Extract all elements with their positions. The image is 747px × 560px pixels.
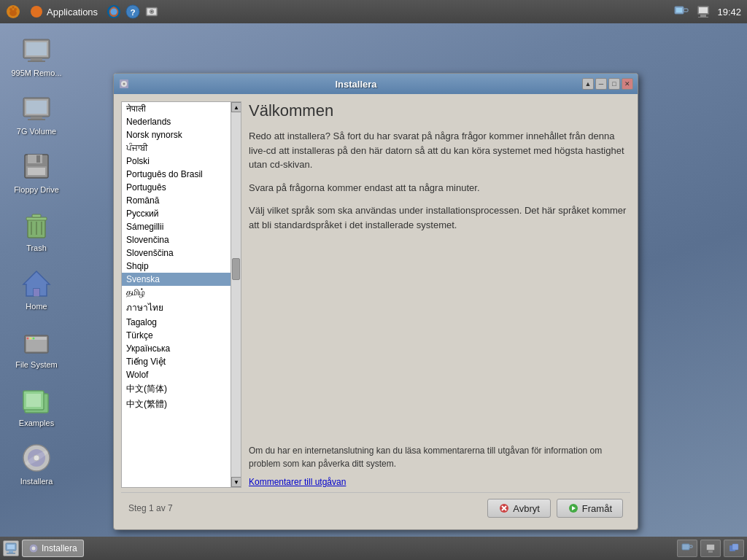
svg-point-3 <box>14 8 17 11</box>
titlebar-max-btn[interactable]: □ <box>608 78 620 90</box>
next-button[interactable]: Framåt <box>557 499 623 518</box>
scroll-thumb[interactable] <box>232 258 240 280</box>
lang-item-th[interactable]: ภาษาไทย <box>122 299 241 316</box>
svg-rect-72 <box>689 545 692 548</box>
lang-item-sl[interactable]: Slovenčina <box>122 233 241 246</box>
desktop-icon-7g[interactable]: 7G Volume <box>7 88 66 139</box>
lang-item-ru[interactable]: Русский <box>122 207 241 220</box>
footer-buttons: Avbryt Framåt <box>487 499 623 518</box>
taskbar-item-installera[interactable]: Installera <box>22 540 84 557</box>
floppy-icon-img <box>19 149 54 184</box>
desktop: Applications ? <box>0 0 747 560</box>
svg-rect-30 <box>28 119 45 120</box>
scroll-up-btn[interactable]: ▲ <box>231 102 241 112</box>
svg-rect-24 <box>31 58 42 61</box>
995m-icon-img <box>19 32 54 67</box>
svg-rect-29 <box>31 117 42 119</box>
language-list-container: नेपालीNederlandsNorsk nynorskਪੰਜਾਬੀPolsk… <box>121 101 241 488</box>
language-list[interactable]: नेपालीNederlandsNorsk nynorskਪੰਜਾਬੀPolsk… <box>121 101 241 488</box>
screenshot-icon[interactable] <box>144 4 159 19</box>
dialog-titlebar: Installera ▲ ─ □ ✕ <box>114 74 638 94</box>
desktop-icon-filesystem[interactable]: File System <box>7 321 66 372</box>
svg-rect-52 <box>26 394 41 407</box>
apps-gnome-icon <box>29 4 44 19</box>
cancel-label: Avbryt <box>513 503 540 514</box>
svg-rect-35 <box>28 168 45 175</box>
cancel-icon <box>498 502 510 514</box>
svg-rect-46 <box>26 337 47 340</box>
lang-item-zh-cn[interactable]: 中文(简体) <box>122 381 241 397</box>
lang-item-sq[interactable]: Shqip <box>122 260 241 273</box>
home-icon-img <box>19 265 54 300</box>
taskbar-btn-1[interactable] <box>677 540 697 557</box>
svg-rect-66 <box>7 545 15 549</box>
cancel-button[interactable]: Avbryt <box>487 499 551 518</box>
svg-point-13 <box>151 11 153 13</box>
show-desktop-button[interactable] <box>3 540 19 556</box>
scroll-track[interactable] <box>231 112 241 477</box>
lang-item-vi[interactable]: Tiếng Việt <box>122 355 241 368</box>
tray-icon-1[interactable] <box>673 4 689 20</box>
lang-item-sl2[interactable]: Slovenščina <box>122 246 241 260</box>
titlebar-up-btn[interactable]: ▲ <box>582 78 594 90</box>
lang-item-wo[interactable]: Wolof <box>122 368 241 381</box>
titlebar-close-btn[interactable]: ✕ <box>622 78 633 90</box>
lang-item-uk[interactable]: Українська <box>122 342 241 355</box>
svg-rect-38 <box>32 214 41 217</box>
lang-item-se[interactable]: Sámegillii <box>122 220 241 233</box>
help-icon[interactable]: ? <box>125 4 140 19</box>
welcome-text-1: Redo att installera? Så fort du har svar… <box>249 129 630 172</box>
scroll-down-btn[interactable]: ▼ <box>231 477 241 487</box>
desktop-icon-home[interactable]: Home <box>7 262 66 314</box>
desktop-icon-floppy[interactable]: Floppy Drive <box>7 146 66 197</box>
lang-item-tl[interactable]: Tagalog <box>122 316 241 329</box>
examples-icon-img <box>19 382 54 417</box>
welcome-title: Välkommen <box>249 101 630 120</box>
svg-point-2 <box>9 8 12 11</box>
svg-rect-20 <box>698 17 708 18</box>
welcome-text-3: Välj vilket språk som ska användas under… <box>249 203 630 232</box>
desktop-icon-995m[interactable]: 995M Remo... <box>7 29 66 80</box>
svg-rect-18 <box>699 7 708 13</box>
dialog-body: नेपालीNederlandsNorsk nynorskਪੰਜਾਬੀPolsk… <box>114 94 638 529</box>
svg-rect-74 <box>707 545 714 550</box>
firefox-icon[interactable] <box>107 4 121 19</box>
svg-rect-19 <box>700 15 706 17</box>
titlebar-min-btn[interactable]: ─ <box>595 78 607 90</box>
desktop-icon-trash[interactable]: Trash <box>7 204 66 255</box>
examples-label: Examples <box>19 419 54 427</box>
installera-dialog: Installera ▲ ─ □ ✕ नेपालीNederlandsNorsk… <box>113 73 638 530</box>
tray-icon-2[interactable] <box>695 4 711 20</box>
taskbar-btn-3[interactable] <box>724 540 744 557</box>
lang-item-tr[interactable]: Türkçe <box>122 329 241 342</box>
lang-item-ta[interactable]: தமிழ் <box>122 286 241 299</box>
release-notes-section: Om du har en internetanslutning kan du l… <box>249 437 630 488</box>
7g-label: 7G Volume <box>17 127 56 136</box>
desktop-icons: 995M Remo... 7G Volume <box>7 29 66 489</box>
lang-item-sv[interactable]: Svenska <box>122 273 241 286</box>
taskbar-item-label: Installera <box>42 543 77 553</box>
lang-item-nn[interactable]: Norsk nynorsk <box>122 128 241 141</box>
desktop-icon-examples[interactable]: Examples <box>7 379 66 430</box>
lang-item-pt[interactable]: Português <box>122 181 241 194</box>
lang-item-ro[interactable]: Română <box>122 194 241 207</box>
lang-item-pl[interactable]: Polski <box>122 155 241 168</box>
release-notes-link[interactable]: Kommentarer till utgåvan <box>249 477 346 487</box>
language-scrollbar[interactable]: ▲ ▼ <box>231 102 241 487</box>
step-text: Steg 1 av 7 <box>128 503 487 513</box>
lang-item-zh-tw[interactable]: 中文(繁體) <box>122 397 241 412</box>
lang-item-pt-br[interactable]: Português do Brasil <box>122 168 241 181</box>
gnome-foot-icon <box>6 4 20 19</box>
svg-rect-33 <box>36 155 40 163</box>
applications-menu[interactable]: Applications <box>25 3 102 20</box>
svg-rect-25 <box>28 61 45 62</box>
taskbar-btn-2[interactable] <box>700 540 721 557</box>
svg-rect-28 <box>26 101 47 114</box>
lang-item-nl[interactable]: Nederlands <box>122 115 241 128</box>
desktop-icon-installera[interactable]: Installera <box>7 438 66 489</box>
svg-point-4 <box>12 7 15 9</box>
top-panel-right: 19:42 <box>673 4 747 20</box>
svg-point-59 <box>123 83 125 85</box>
lang-item-nepali[interactable]: नेपाली <box>122 102 241 115</box>
lang-item-pa[interactable]: ਪੰਜਾਬੀ <box>122 141 241 155</box>
